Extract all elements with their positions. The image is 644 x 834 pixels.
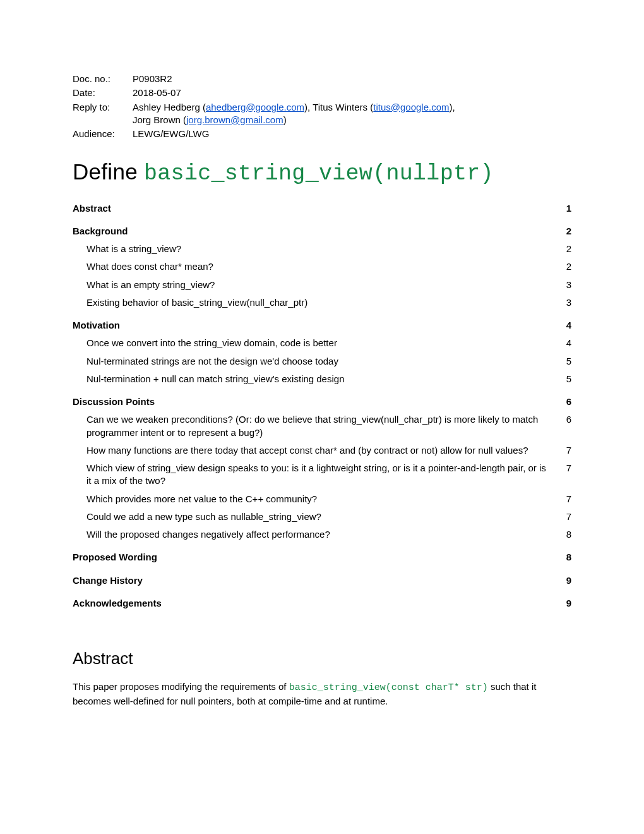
meta-replyto-value: Ashley Hedberg (ahedberg@google.com), Ti… <box>133 101 455 127</box>
toc-entry-discussion[interactable]: Discussion Points 6 <box>73 396 571 408</box>
toc-text: Nul-terminated strings are not the desig… <box>86 355 559 368</box>
toc-page: 5 <box>559 373 571 385</box>
toc-text: Could we add a new type such as nullable… <box>86 511 559 523</box>
toc-entry-proposed-wording[interactable]: Proposed Wording 8 <box>73 551 571 564</box>
toc-page: 7 <box>559 444 571 457</box>
replyto-email-link[interactable]: titus@google.com <box>373 102 449 112</box>
toc-page: 4 <box>559 319 571 332</box>
toc-entry[interactable]: How many functions are there today that … <box>73 444 571 457</box>
toc-entry-change-history[interactable]: Change History 9 <box>73 574 571 587</box>
toc-page: 7 <box>559 462 571 474</box>
document-metadata: Doc. no.: P0903R2 Date: 2018-05-07 Reply… <box>73 73 571 140</box>
toc-entry-abstract[interactable]: Abstract 1 <box>73 202 571 215</box>
toc-entry[interactable]: What does const char* mean? 2 <box>73 260 571 273</box>
toc-page: 5 <box>559 355 571 368</box>
toc-entry[interactable]: What is an empty string_view? 3 <box>73 279 571 291</box>
toc-entry[interactable]: Could we add a new type such as nullable… <box>73 511 571 523</box>
toc-text: Acknowledgements <box>73 597 559 610</box>
toc-text: Background <box>73 225 559 238</box>
meta-docno-value: P0903R2 <box>133 73 172 85</box>
meta-replyto: Reply to: Ashley Hedberg (ahedberg@googl… <box>73 101 571 127</box>
toc-text: Which view of string_view design speaks … <box>86 462 559 488</box>
toc-text: Abstract <box>73 202 559 215</box>
replyto-text: ), <box>450 102 455 112</box>
toc-page: 2 <box>559 243 571 255</box>
meta-date-label: Date: <box>73 87 133 99</box>
meta-docno-label: Doc. no.: <box>73 73 133 85</box>
meta-date-value: 2018-05-07 <box>133 87 181 99</box>
meta-audience-value: LEWG/EWG/LWG <box>133 128 209 140</box>
toc-entry[interactable]: Which provides more net value to the C++… <box>73 493 571 505</box>
toc-text: Motivation <box>73 319 559 332</box>
toc-entry[interactable]: Can we we weaken preconditions? (Or: do … <box>73 413 571 439</box>
toc-page: 2 <box>559 260 571 273</box>
toc-text: Will the proposed changes negatively aff… <box>86 528 559 541</box>
toc-text: Once we convert into the string_view dom… <box>86 337 559 349</box>
title-plain: Define <box>73 159 144 184</box>
toc-text: What does const char* mean? <box>86 260 559 273</box>
toc-page: 6 <box>559 396 571 408</box>
toc-page: 1 <box>559 202 571 215</box>
abstract-heading: Abstract <box>73 648 571 670</box>
meta-audience-label: Audience: <box>73 128 133 140</box>
toc-text: How many functions are there today that … <box>86 444 559 457</box>
toc-text: What is a string_view? <box>86 243 559 255</box>
replyto-text: Jorg Brown ( <box>133 114 186 125</box>
toc-entry[interactable]: Will the proposed changes negatively aff… <box>73 528 571 541</box>
abstract-text: This paper proposes modifying the requir… <box>73 681 289 692</box>
table-of-contents: Abstract 1 Background 2 What is a string… <box>73 202 571 610</box>
toc-entry-motivation[interactable]: Motivation 4 <box>73 319 571 332</box>
toc-entry[interactable]: Nul-terminated strings are not the desig… <box>73 355 571 368</box>
toc-text: Proposed Wording <box>73 551 559 564</box>
toc-page: 3 <box>559 296 571 309</box>
replyto-text: Ashley Hedberg ( <box>133 102 206 112</box>
replyto-text: ), Titus Winters ( <box>304 102 373 112</box>
toc-page: 3 <box>559 279 571 291</box>
meta-docno: Doc. no.: P0903R2 <box>73 73 571 85</box>
meta-audience: Audience: LEWG/EWG/LWG <box>73 128 571 140</box>
toc-entry[interactable]: Once we convert into the string_view dom… <box>73 337 571 349</box>
toc-page: 9 <box>559 597 571 610</box>
toc-page: 7 <box>559 511 571 523</box>
toc-entry[interactable]: Which view of string_view design speaks … <box>73 462 571 488</box>
toc-entry[interactable]: Nul-termination + null can match string_… <box>73 373 571 385</box>
toc-text: Can we we weaken preconditions? (Or: do … <box>86 413 559 439</box>
toc-text: Existing behavior of basic_string_view(n… <box>86 296 559 309</box>
meta-date: Date: 2018-05-07 <box>73 87 571 99</box>
abstract-paragraph: This paper proposes modifying the requir… <box>73 680 571 708</box>
replyto-email-link[interactable]: ahedberg@google.com <box>206 102 304 112</box>
toc-page: 6 <box>559 413 571 426</box>
toc-page: 7 <box>559 493 571 505</box>
toc-text: Change History <box>73 574 559 587</box>
toc-entry[interactable]: What is a string_view? 2 <box>73 243 571 255</box>
toc-text: Nul-termination + null can match string_… <box>86 373 559 385</box>
toc-text: What is an empty string_view? <box>86 279 559 291</box>
toc-page: 8 <box>559 528 571 541</box>
replyto-text: ) <box>283 114 287 125</box>
toc-page: 8 <box>559 551 571 564</box>
meta-replyto-label: Reply to: <box>73 101 133 127</box>
toc-page: 4 <box>559 337 571 349</box>
title-code: basic_string_view(nullptr) <box>144 161 494 186</box>
toc-entry-background[interactable]: Background 2 <box>73 225 571 238</box>
toc-page: 2 <box>559 225 571 238</box>
replyto-email-link[interactable]: jorg.brown@gmail.com <box>186 114 283 125</box>
toc-entry-acknowledgements[interactable]: Acknowledgements 9 <box>73 597 571 610</box>
toc-entry[interactable]: Existing behavior of basic_string_view(n… <box>73 296 571 309</box>
document-title: Define basic_string_view(nullptr) <box>73 157 571 189</box>
toc-page: 9 <box>559 574 571 587</box>
toc-text: Discussion Points <box>73 396 559 408</box>
toc-text: Which provides more net value to the C++… <box>86 493 559 505</box>
abstract-code: basic_string_view(const charT* str) <box>289 682 488 693</box>
